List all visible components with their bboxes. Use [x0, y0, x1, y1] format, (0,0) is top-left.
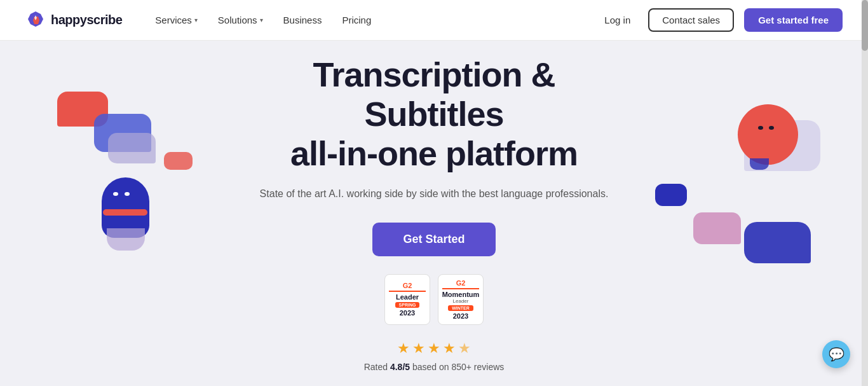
star-2: ★: [412, 340, 425, 357]
badge2-season: WINTER: [448, 305, 473, 311]
badge1-season: SPRING: [395, 302, 420, 308]
g2-badge-momentum: G2 Momentum Leader WINTER 2023: [438, 274, 484, 325]
nav-pricing[interactable]: Pricing: [334, 10, 379, 31]
bubble-dark-rightmid: [655, 184, 687, 206]
nav-links: Services ▾ Solutions ▾ Business Pricing: [147, 10, 597, 31]
chat-icon: 💬: [829, 347, 844, 362]
blob-eye-right1: [769, 126, 774, 130]
bubble-dark-bottomright: [744, 222, 811, 263]
character-feet: [107, 228, 145, 251]
chat-button[interactable]: 💬: [822, 340, 850, 368]
hero-content: Transcription & Subtitles all-in-one pla…: [243, 55, 625, 372]
g2-badges: G2 Leader SPRING 2023 G2 Momentum Leader…: [243, 274, 625, 325]
blob-legs: [750, 158, 769, 170]
nav-right: Log in Contact sales Get started free: [597, 8, 843, 32]
star-3: ★: [428, 340, 440, 357]
logo-text: happyscribe: [51, 13, 122, 27]
logo[interactable]: happyscribe: [25, 10, 122, 31]
character-eye-left: [113, 192, 118, 196]
hero-title: Transcription & Subtitles all-in-one pla…: [243, 55, 625, 173]
nav-solutions[interactable]: Solutions ▾: [210, 10, 271, 31]
character-eye-right: [125, 192, 130, 196]
hero-subtitle: State of the art A.I. working side by si…: [243, 186, 625, 202]
blob-pink-topright: [738, 104, 798, 165]
logo-icon: [25, 10, 46, 31]
scrollbar-thumb[interactable]: [862, 0, 868, 51]
blob-eye-right2: [758, 126, 763, 130]
star-4: ★: [443, 340, 456, 357]
badge1-year: 2023: [400, 309, 415, 317]
scrollbar[interactable]: [862, 0, 868, 386]
star-rating: ★ ★ ★ ★ ★: [243, 340, 625, 357]
nav-services[interactable]: Services ▾: [147, 10, 205, 31]
rating-value: 4.8/5: [390, 362, 410, 372]
contact-sales-button[interactable]: Contact sales: [648, 8, 734, 32]
bubble-mauve-midleft: [108, 133, 156, 163]
bubble-pink-bottomright: [693, 212, 741, 244]
get-started-free-button[interactable]: Get started free: [744, 8, 843, 32]
star-5-half: ★: [458, 340, 471, 357]
badge2-title: Momentum: [442, 291, 480, 298]
services-chevron-icon: ▾: [194, 17, 198, 24]
get-started-button[interactable]: Get Started: [372, 223, 495, 256]
navbar: happyscribe Services ▾ Solutions ▾ Busin…: [0, 0, 868, 41]
nav-business[interactable]: Business: [276, 10, 330, 31]
character-scarf: [103, 209, 147, 216]
badge2-year: 2023: [453, 312, 468, 320]
badge1-title: Leader: [396, 293, 419, 301]
rating-text: Rated 4.8/5 based on 850+ reviews: [243, 362, 625, 372]
g2-label-2: G2: [442, 279, 479, 289]
login-button[interactable]: Log in: [597, 10, 638, 31]
bubble-pink-small: [164, 152, 193, 170]
star-1: ★: [397, 340, 410, 357]
g2-badge-leader: G2 Leader SPRING 2023: [384, 274, 430, 325]
g2-label-1: G2: [389, 282, 426, 292]
hero-section: Transcription & Subtitles all-in-one pla…: [0, 41, 868, 386]
solutions-chevron-icon: ▾: [260, 17, 263, 24]
badge2-subtitle: Leader: [453, 298, 469, 304]
